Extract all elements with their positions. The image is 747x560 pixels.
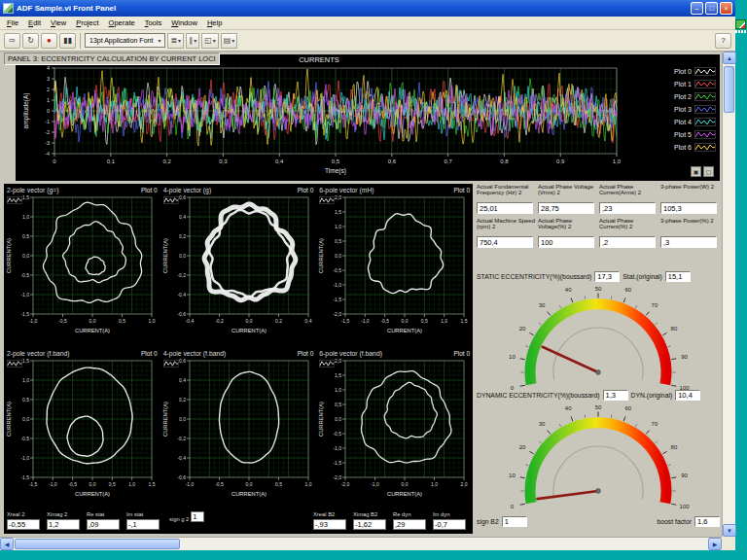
svg-text:-1,0: -1,0: [20, 455, 29, 461]
dynamic-original-value[interactable]: 10,4: [675, 390, 700, 401]
sign-g-value[interactable]: 1: [191, 511, 204, 522]
menu-item-file[interactable]: File: [2, 18, 23, 28]
svg-text:0,5: 0,5: [22, 397, 29, 402]
close-button[interactable]: ×: [720, 2, 732, 15]
maximize-button[interactable]: □: [705, 2, 718, 15]
xy-plot-legend[interactable]: Plot 0: [453, 350, 470, 357]
toolbar: ⇨↻●▮▮13pt Application Font▾≣▾∥▾◱▾▤▾?: [0, 30, 735, 52]
scroll-up-button[interactable]: ▲: [723, 52, 736, 64]
readout-value[interactable]: -0,55: [7, 519, 40, 530]
xy-plot-legend[interactable]: Plot 0: [298, 187, 314, 193]
boost-factor-value[interactable]: 1,6: [694, 516, 720, 527]
static-original-value[interactable]: 15,1: [665, 271, 691, 282]
menu-item-view[interactable]: View: [46, 18, 71, 28]
svg-text:0,9: 0,9: [556, 158, 565, 164]
menu-item-tools[interactable]: Tools: [140, 18, 167, 28]
horizontal-scrollbar[interactable]: ◀ ▶: [0, 537, 722, 550]
menu-item-project[interactable]: Project: [71, 18, 103, 28]
run-continuously-button[interactable]: ↻: [22, 33, 39, 49]
xy-plot-legend[interactable]: Plot 0: [298, 350, 314, 357]
dynamic-eccentricity-value[interactable]: 1,3: [603, 390, 628, 401]
legend-item[interactable]: Plot 1: [630, 78, 716, 89]
scroll-down-button[interactable]: ▼: [723, 524, 736, 537]
horizontal-scroll-thumb[interactable]: [15, 539, 180, 549]
static-eccentricity-value[interactable]: 17,3: [594, 271, 620, 282]
indicator: Actual Phase Voltage(%) 2100: [538, 218, 597, 248]
panel-title: PANEL 3: ECCENTRICITY CALCULATION BY CUR…: [4, 52, 220, 65]
legend-item[interactable]: Plot 2: [630, 90, 716, 102]
resize-objects-dropdown[interactable]: ◱▾: [201, 33, 219, 49]
xy-plot-area[interactable]: 2,01,51,00,50,0-0,5-1,0-1,5-2,0-2,0-1,00…: [316, 359, 470, 507]
x-scale-lock-button[interactable]: ▣: [691, 166, 701, 177]
context-help-button[interactable]: ?: [715, 33, 731, 49]
align-objects-dropdown[interactable]: ≣▾: [167, 33, 184, 49]
scroll-left-button[interactable]: ◀: [0, 538, 14, 550]
readout-label: Re stat: [87, 511, 104, 519]
abort-button[interactable]: ●: [41, 33, 57, 49]
menu-item-edit[interactable]: Edit: [23, 18, 46, 28]
vertical-scrollbar[interactable]: ▲ ▼: [722, 52, 735, 537]
readout-value[interactable]: -,93: [313, 519, 346, 530]
svg-text:CURRENT(A): CURRENT(A): [162, 238, 168, 273]
svg-text:1,0: 1,0: [22, 214, 29, 220]
readout-value[interactable]: -,1: [126, 519, 160, 530]
indicator-value[interactable]: 28,75: [538, 202, 594, 214]
title-bar[interactable]: ADF Sample.vi Front Panel – □ ×: [0, 0, 735, 17]
indicator-value[interactable]: 105,3: [660, 202, 717, 214]
xy-plot-area[interactable]: 0,60,40,20,0-0,2-0,4-0,6-0,4-0,20,00,20,…: [160, 195, 314, 343]
plot-line-icon: [694, 92, 716, 101]
legend-item[interactable]: Plot 6: [630, 141, 716, 153]
readout-value[interactable]: -1,62: [353, 519, 386, 530]
reorder-dropdown[interactable]: ▤▾: [221, 33, 238, 49]
xy-plot-area[interactable]: 0,60,40,20,0-0,2-0,4-0,6-1,0-0,50,00,51,…: [160, 359, 314, 507]
plot-line-icon: [694, 67, 716, 76]
sign-b2-value[interactable]: 1: [502, 516, 527, 527]
legend-item[interactable]: Plot 5: [630, 128, 716, 140]
indicator-value[interactable]: ,2: [599, 236, 656, 248]
svg-text:-0,6: -0,6: [177, 474, 186, 480]
scroll-right-button[interactable]: ▶: [708, 538, 722, 550]
font-selector[interactable]: 13pt Application Font▾: [85, 33, 165, 48]
menu-item-window[interactable]: Window: [166, 18, 202, 28]
indicator-value[interactable]: ,23: [599, 202, 656, 214]
readout-value[interactable]: ,29: [393, 519, 426, 530]
svg-text:CURRENT(A): CURRENT(A): [75, 491, 110, 497]
indicator: Actual Machine Speed (rpm) 2750,4: [477, 218, 536, 248]
legend-item[interactable]: Plot 3: [630, 103, 716, 115]
xy-plot-legend[interactable]: Plot 0: [141, 350, 158, 357]
desktop-icon[interactable]: [735, 19, 746, 33]
svg-text:-1,5: -1,5: [334, 297, 342, 302]
indicator-value[interactable]: ,3: [660, 236, 717, 248]
readout: Im stat-,1: [126, 511, 161, 530]
menu-item-operate[interactable]: Operate: [104, 18, 140, 28]
indicator-value[interactable]: 25,01: [477, 202, 533, 214]
svg-text:10: 10: [509, 354, 516, 360]
xy-plot-legend[interactable]: Plot 0: [453, 187, 470, 193]
svg-text:-1,0: -1,0: [334, 445, 342, 451]
resize-objects-dropdown-icon: ◱: [204, 36, 212, 45]
menu-item-help[interactable]: Help: [202, 18, 227, 28]
readout-value[interactable]: 1,2: [47, 519, 80, 530]
currents-plot-area[interactable]: 43210-1-2-3-400,10,20,30,40,50,60,70,80,…: [19, 64, 624, 175]
minimize-button[interactable]: –: [691, 2, 703, 15]
xy-plot-area[interactable]: 1,51,00,50,0-0,5-1,0-1,5-1,0-0,50,00,51,…: [4, 195, 158, 343]
svg-text:-0,2: -0,2: [177, 436, 186, 441]
legend-item[interactable]: Plot 4: [630, 116, 716, 127]
readout-value[interactable]: ,09: [87, 519, 120, 530]
xy-plot-area[interactable]: 2,01,51,00,50,0-0,5-1,0-1,5-2,0-1,5-1,0-…: [316, 195, 470, 343]
pause-button[interactable]: ▮▮: [59, 33, 76, 49]
xy-plot-area[interactable]: 1,51,00,50,0-0,5-1,0-1,5-1,5-1,0-0,50,00…: [4, 359, 158, 507]
svg-text:-1,0: -1,0: [49, 481, 57, 487]
run-button[interactable]: ⇨: [4, 33, 20, 49]
y-scale-lock-button[interactable]: ▢: [703, 166, 714, 177]
indicator-value[interactable]: 100: [538, 236, 594, 248]
readout-value[interactable]: -0,7: [433, 519, 466, 530]
static-eccentricity-row: STATIC ECCENTRICITY(%)(boussard) 17,3 St…: [477, 271, 722, 282]
boost-row: sign B2 1 boost factor 1,6: [477, 516, 720, 527]
left-readouts: Xreal 2-0,55Ximag 21,2Re stat,09Im stat-…: [7, 511, 161, 530]
xy-plot-legend[interactable]: Plot 0: [141, 187, 158, 193]
legend-item[interactable]: Plot 0: [630, 65, 716, 77]
vertical-scroll-thumb[interactable]: [724, 66, 734, 113]
distribute-objects-dropdown[interactable]: ∥▾: [186, 33, 199, 49]
indicator-value[interactable]: 750,4: [477, 236, 533, 248]
